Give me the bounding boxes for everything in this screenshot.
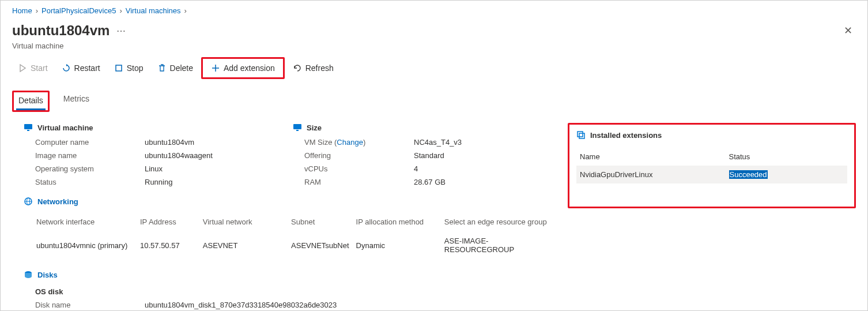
chevron-right-icon: › xyxy=(184,6,187,15)
vcpus-label: vCPUs xyxy=(304,164,414,173)
delete-button[interactable]: Delete xyxy=(152,60,199,76)
computer-name-value: ubuntu1804vm xyxy=(145,138,276,147)
breadcrumb-home[interactable]: Home xyxy=(12,6,32,15)
th-ext-status: Status xyxy=(726,148,848,166)
ram-value: 28.67 GB xyxy=(414,178,545,186)
disk-name-label: Disk name xyxy=(35,301,145,309)
restart-button[interactable]: Restart xyxy=(56,60,106,76)
tab-metrics[interactable]: Metrics xyxy=(61,91,92,112)
th-ipalloc: IP allocation method xyxy=(356,213,443,231)
th-subnet: Subnet xyxy=(291,213,354,231)
vm-section-title: Virtual machine xyxy=(37,123,93,132)
add-extension-button[interactable]: Add extension xyxy=(205,60,281,76)
refresh-icon xyxy=(293,63,302,73)
nic-value: ubuntu1804vmnic (primary) xyxy=(36,232,139,258)
chevron-right-icon: › xyxy=(36,6,38,15)
disks-title: Disks xyxy=(37,271,58,279)
th-vnet: Virtual network xyxy=(203,213,290,231)
start-label: Start xyxy=(31,63,48,73)
extensions-table: Name Status NvidiaGpuDriverLinux Succeed… xyxy=(576,148,847,183)
breadcrumb: Home › PortalPhysicalDevice5 › Virtual m… xyxy=(1,1,867,18)
svg-rect-0 xyxy=(116,65,122,71)
start-button[interactable]: Start xyxy=(12,60,54,76)
status-label: Status xyxy=(35,178,145,186)
disk-name-value: ubuntu1804vm_disk1_870e37d3318540e98032a… xyxy=(145,301,545,309)
more-icon[interactable]: ⋯ xyxy=(116,25,126,36)
refresh-label: Refresh xyxy=(305,63,334,73)
highlight-details-tab: Details xyxy=(12,91,50,112)
th-ext-name: Name xyxy=(576,148,726,166)
offering-value: Standard xyxy=(414,151,545,160)
add-extension-label: Add extension xyxy=(224,63,275,73)
vnet-value: ASEVNET xyxy=(203,232,290,258)
page-title: ubuntu1804vm xyxy=(12,23,110,39)
os-value: Linux xyxy=(145,164,276,173)
restart-icon xyxy=(62,63,71,73)
page-subtitle: Virtual machine xyxy=(1,40,867,55)
table-row[interactable]: NvidiaGpuDriverLinux Succeeded xyxy=(576,166,847,183)
chevron-right-icon: › xyxy=(119,6,122,15)
th-nic: Network interface xyxy=(36,213,139,231)
svg-rect-3 xyxy=(293,124,301,129)
image-name-label: Image name xyxy=(35,151,145,160)
networking-title: Networking xyxy=(37,197,78,206)
vmsize-value: NC4as_T4_v3 xyxy=(414,138,545,147)
vmsize-label: VM Size (Change) xyxy=(304,138,414,147)
vcpus-value: 4 xyxy=(414,164,545,173)
change-vmsize-link[interactable]: Change xyxy=(337,138,363,147)
networking-header[interactable]: Networking xyxy=(24,197,545,206)
svg-rect-9 xyxy=(578,132,583,137)
close-icon[interactable]: ✕ xyxy=(840,21,856,40)
th-ip: IP Address xyxy=(140,213,202,231)
command-bar: Start Restart Stop Delete Add extension … xyxy=(1,55,867,81)
subnet-value: ASEVNETsubNet xyxy=(291,232,354,258)
highlight-add-extension: Add extension xyxy=(201,57,285,79)
extensions-title: Installed extensions xyxy=(590,131,662,140)
table-row[interactable]: ubuntu1804vmnic (primary) 10.57.50.57 AS… xyxy=(36,232,555,258)
ext-status-value: Succeeded xyxy=(726,166,848,183)
play-icon xyxy=(18,63,27,73)
computer-name-label: Computer name xyxy=(35,138,145,147)
ram-label: RAM xyxy=(304,178,414,186)
plus-icon xyxy=(211,63,220,73)
size-section: Size VM Size (Change) NC4as_T4_v3 Offeri… xyxy=(293,123,545,186)
svg-rect-1 xyxy=(24,124,32,129)
refresh-button[interactable]: Refresh xyxy=(287,60,339,76)
tab-details[interactable]: Details xyxy=(16,92,46,110)
disks-header[interactable]: Disks xyxy=(24,270,545,279)
status-value: Running xyxy=(145,178,276,186)
installed-extensions-panel: Installed extensions Name Status NvidiaG… xyxy=(568,123,856,208)
stop-icon xyxy=(114,63,123,73)
tabs: Details Metrics xyxy=(1,91,867,113)
delete-label: Delete xyxy=(170,63,193,73)
svg-rect-2 xyxy=(27,130,29,131)
os-disk-subheader: OS disk xyxy=(35,287,545,296)
svg-rect-4 xyxy=(296,130,299,131)
globe-icon xyxy=(24,197,33,206)
breadcrumb-vms[interactable]: Virtual machines xyxy=(126,6,181,15)
os-label: Operating system xyxy=(35,164,145,173)
restart-label: Restart xyxy=(74,63,100,73)
svg-rect-10 xyxy=(579,133,584,138)
ip-value: 10.57.50.57 xyxy=(140,232,202,258)
stop-button[interactable]: Stop xyxy=(108,60,149,76)
stop-label: Stop xyxy=(127,63,144,73)
size-section-title: Size xyxy=(307,123,322,132)
monitor-icon xyxy=(24,123,33,132)
image-name-value: ubuntu1804waagent xyxy=(145,151,276,160)
ipalloc-value: Dynamic xyxy=(356,232,443,258)
disk-icon xyxy=(24,270,33,279)
trash-icon xyxy=(157,63,167,73)
vm-section: Virtual machine Computer name ubuntu1804… xyxy=(24,123,276,186)
networking-table: Network interface IP Address Virtual net… xyxy=(35,212,556,260)
breadcrumb-device[interactable]: PortalPhysicalDevice5 xyxy=(41,6,116,15)
extension-icon xyxy=(576,130,586,140)
rg-value: ASE-IMAGE-RESOURCEGROUP xyxy=(444,232,555,258)
offering-label: Offering xyxy=(304,151,414,160)
ext-name-value: NvidiaGpuDriverLinux xyxy=(576,166,726,183)
th-rg: Select an edge resource group xyxy=(444,213,555,231)
monitor-icon xyxy=(293,123,302,132)
